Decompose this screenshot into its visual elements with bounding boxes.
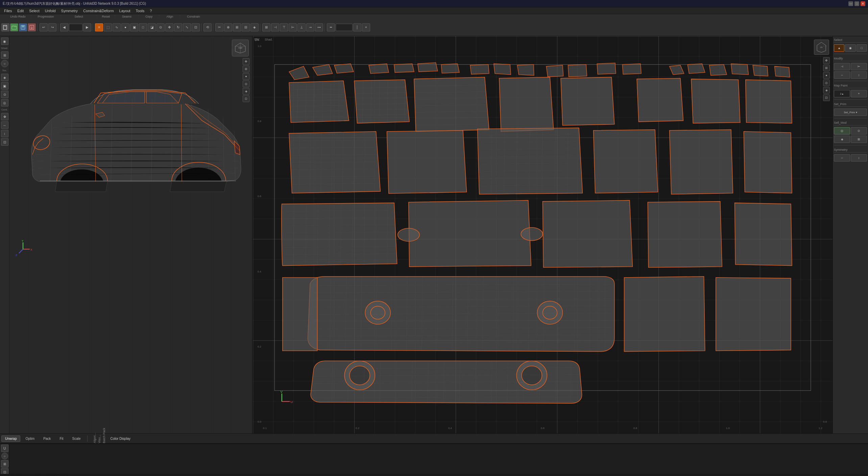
select-invert[interactable]: ◪ <box>148 23 156 31</box>
import-button[interactable] <box>28 23 36 31</box>
select-connected[interactable]: ⊙ <box>156 23 165 31</box>
rs-mod-btn2[interactable]: ⊢ <box>851 63 867 70</box>
shade-button[interactable]: ◉ <box>1 38 8 45</box>
uv-rb6[interactable]: ⊡ <box>823 94 830 101</box>
btm-btn1[interactable]: U <box>1 445 8 452</box>
menu-help[interactable]: ? <box>147 8 154 14</box>
tex-btn2[interactable]: ◈ <box>1 74 8 81</box>
menu-edit[interactable]: Edit <box>15 8 26 14</box>
seam-mark[interactable]: ⊞ <box>233 23 241 31</box>
vp-nav-btn1[interactable]: ✥ <box>243 58 249 65</box>
vp-nav-btn4[interactable]: ◎ <box>243 80 249 87</box>
cent-btn2[interactable]: ↔ <box>1 121 8 129</box>
select-paint[interactable]: ● <box>121 23 129 31</box>
menu-select[interactable]: Select <box>26 8 42 14</box>
uv-rb4[interactable]: ◎ <box>823 79 830 86</box>
uv-rb5[interactable]: ◈ <box>823 87 830 94</box>
rs-sell-btn1[interactable]: ◎ <box>834 127 850 135</box>
rs-mod-btn3[interactable]: ↔ <box>834 71 850 79</box>
reset-button[interactable]: ⟲ <box>203 23 212 31</box>
progression-back[interactable]: ◀ <box>60 23 68 31</box>
menu-unfold[interactable]: Unfold <box>42 8 58 14</box>
rs-map-btn1[interactable]: 2▲ <box>834 90 850 97</box>
seam-sew[interactable]: ⊕ <box>224 23 232 31</box>
menu-tools[interactable]: Tools <box>133 8 147 14</box>
tab-unwrap[interactable]: Unwrap <box>1 435 20 442</box>
align-right[interactable]: ⊢ <box>289 23 297 31</box>
rs-face-btn[interactable]: □ <box>857 44 867 52</box>
transform-tool[interactable]: ⊡ <box>192 23 200 31</box>
uv-rb1[interactable]: ✥ <box>823 57 830 64</box>
vp-nav-btn6[interactable]: ⊡ <box>243 95 249 102</box>
btm-btn3[interactable]: ⊞ <box>1 460 8 468</box>
undo-button[interactable]: ↩ <box>40 23 48 31</box>
constrain-2[interactable]: │ <box>353 23 361 31</box>
btm-btn4[interactable]: ⊡ <box>1 468 8 474</box>
scale-tool[interactable]: ⤡ <box>183 23 191 31</box>
save-button[interactable] <box>19 23 27 31</box>
menu-files[interactable]: Files <box>1 8 15 14</box>
constrain-1[interactable]: ━ <box>327 23 335 31</box>
vp-nav-btn2[interactable]: ⊞ <box>243 66 249 72</box>
menu-constrain[interactable]: Constrain&Deform <box>80 8 116 14</box>
rs-sym-btn2[interactable]: ↕ <box>851 154 867 162</box>
rs-edge-btn[interactable]: ◉ <box>845 44 855 52</box>
rs-mod-btn4[interactable]: ↕ <box>851 71 867 79</box>
constrain-3[interactable]: + <box>362 23 370 31</box>
select-lasso[interactable]: ∿ <box>113 23 121 31</box>
uv-rb3[interactable]: ● <box>823 72 830 79</box>
tab-optim[interactable]: Optim <box>22 435 38 442</box>
nav-cube[interactable]: TOP <box>232 40 249 56</box>
cent-btn1[interactable]: ✥ <box>1 113 8 120</box>
tex-sphere[interactable]: ○ <box>1 60 8 67</box>
rs-sell-btn2[interactable]: ⊙ <box>851 127 867 135</box>
rs-sell-btn4[interactable]: ⊞ <box>851 136 867 143</box>
open-button[interactable] <box>10 23 18 31</box>
constrain-input[interactable] <box>336 24 353 31</box>
menu-layout[interactable]: Layout <box>117 8 133 14</box>
seam-cut[interactable]: ✂ <box>215 23 223 31</box>
uv-nav-cube[interactable]: UV <box>814 40 829 55</box>
cent-btn3[interactable]: ↕ <box>1 130 8 137</box>
tab-scale[interactable]: Scale <box>68 435 84 442</box>
tab-pack[interactable]: Pack <box>40 435 54 442</box>
align-bottom[interactable]: ⊶ <box>315 23 323 31</box>
move-tool[interactable]: ✥ <box>165 23 173 31</box>
vp-nav-btn5[interactable]: ◈ <box>243 88 249 95</box>
rs-sell-btn3[interactable]: ◈ <box>834 136 850 143</box>
rs-sym-btn1[interactable]: ↔ <box>834 154 850 162</box>
align-left[interactable]: ⊣ <box>271 23 279 31</box>
select-none[interactable]: □ <box>139 23 147 31</box>
seam-smart[interactable]: ◈ <box>250 23 259 31</box>
tex-btn5[interactable]: ◎ <box>1 99 8 106</box>
btm-btn2[interactable]: ○ <box>1 453 8 459</box>
rs-mod-btn1[interactable]: ⊣ <box>834 63 850 70</box>
cent-btn4[interactable]: ⊡ <box>1 138 8 146</box>
align-center-h[interactable]: ⊤ <box>280 23 288 31</box>
align-top[interactable]: ⊥ <box>297 23 306 31</box>
maximize-button[interactable]: □ <box>854 1 859 6</box>
close-button[interactable]: ✕ <box>861 1 865 6</box>
select-all[interactable]: ▣ <box>130 23 138 31</box>
tex-btn4[interactable]: ⊙ <box>1 91 8 98</box>
tab-fit[interactable]: Fit <box>56 435 67 442</box>
rs-setprim-btn[interactable]: Set_Prim ▾ <box>834 109 867 116</box>
menu-symmetry[interactable]: Symmetry <box>58 8 81 14</box>
rs-map-btn2[interactable]: + <box>851 90 867 97</box>
progression-forward[interactable]: ▶ <box>83 23 91 31</box>
rs-vertex-btn[interactable]: ▲ <box>834 44 844 52</box>
uv-rb2[interactable]: ⊞ <box>823 65 830 71</box>
redo-button[interactable]: ↪ <box>48 23 56 31</box>
seam-unmark[interactable]: ⊟ <box>242 23 250 31</box>
minimize-button[interactable]: — <box>848 1 853 6</box>
select-tool[interactable]: ✕ <box>95 23 103 31</box>
select-box[interactable]: ⬚ <box>104 23 112 31</box>
texture-btn[interactable]: ⊞ <box>1 51 8 59</box>
tex-btn3[interactable]: ▣ <box>1 82 8 90</box>
vp-nav-btn3[interactable]: ● <box>243 73 249 80</box>
uv-scale-r08: 0.8 <box>823 420 830 423</box>
new-button[interactable] <box>1 23 9 31</box>
align-center-v[interactable]: ⊸ <box>306 23 314 31</box>
rotate-tool[interactable]: ↻ <box>174 23 182 31</box>
copy-tool[interactable]: ⊞ <box>262 23 270 31</box>
